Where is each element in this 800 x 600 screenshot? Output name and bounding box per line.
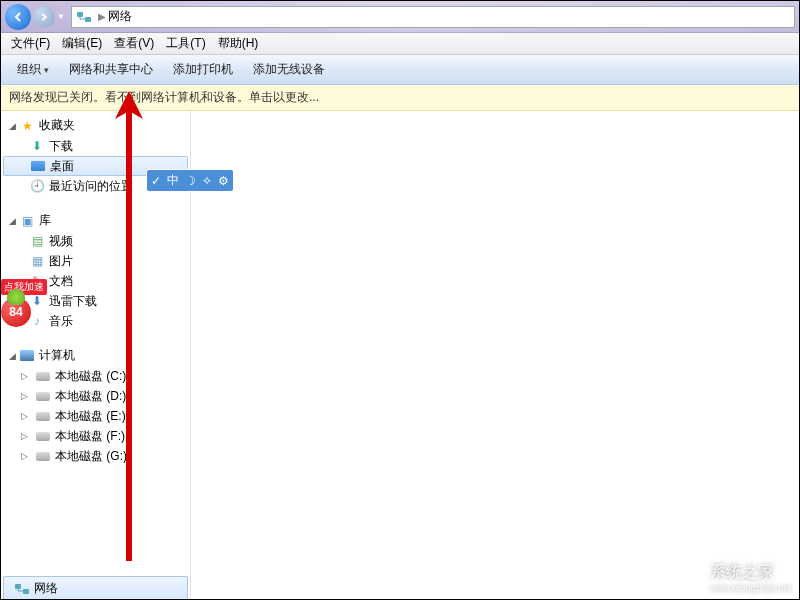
widget-check-icon[interactable]: ✓ (151, 174, 161, 188)
xunlei-label: 迅雷下载 (49, 293, 97, 310)
disk-c-label: 本地磁盘 (C:) (55, 368, 126, 385)
sidebar-item-pictures[interactable]: ▦ 图片 (1, 251, 190, 271)
disk-icon (35, 448, 51, 464)
command-bar: 组织 网络和共享中心 添加打印机 添加无线设备 (1, 55, 799, 85)
floating-toolbar[interactable]: ✓ 中 ☽ ✧ ⚙ (146, 169, 234, 192)
titlebar: ▼ ▶ 网络 (1, 1, 799, 33)
explorer-body: ◢ ★ 收藏夹 ⬇ 下载 桌面 🕘 最近访问的位置 ◢ ▣ 库 (1, 111, 799, 600)
svg-rect-2 (15, 584, 21, 589)
expand-icon: ▷ (21, 431, 31, 441)
info-bar-message: 网络发现已关闭。看不到网络计算机和设备。单击以更改... (9, 90, 319, 104)
star-icon: ★ (19, 118, 35, 134)
video-label: 视频 (49, 233, 73, 250)
network-group: 网络 (1, 574, 190, 600)
house-icon (682, 568, 704, 588)
collapse-icon: ◢ (9, 351, 19, 361)
computer-header[interactable]: ◢ 计算机 (1, 345, 190, 366)
video-icon: ▤ (29, 233, 45, 249)
download-icon: ⬇ (29, 138, 45, 154)
menu-view[interactable]: 查看(V) (108, 33, 160, 54)
nav-history-dropdown[interactable]: ▼ (57, 12, 65, 21)
info-bar[interactable]: 网络发现已关闭。看不到网络计算机和设备。单击以更改... (1, 85, 799, 111)
disk-icon (35, 388, 51, 404)
pictures-label: 图片 (49, 253, 73, 270)
accelerator-number: 84 (9, 305, 22, 319)
disk-e-label: 本地磁盘 (E:) (55, 408, 126, 425)
sidebar-item-video[interactable]: ▤ 视频 (1, 231, 190, 251)
sidebar-item-downloads[interactable]: ⬇ 下载 (1, 136, 190, 156)
watermark: 系统之家 www.xitongzhijia.net (682, 562, 791, 593)
widget-moon-icon[interactable]: ☽ (185, 174, 196, 188)
sidebar-item-disk-g[interactable]: ▷ 本地磁盘 (G:) (1, 446, 190, 466)
breadcrumb-separator-icon: ▶ (98, 11, 106, 22)
watermark-url: www.xitongzhijia.net (710, 583, 791, 593)
disk-d-label: 本地磁盘 (D:) (55, 388, 126, 405)
network-label: 网络 (34, 580, 58, 597)
disk-g-label: 本地磁盘 (G:) (55, 448, 127, 465)
expand-icon: ▷ (21, 411, 31, 421)
menu-file[interactable]: 文件(F) (5, 33, 56, 54)
desktop-label: 桌面 (50, 158, 74, 175)
address-location: 网络 (108, 8, 132, 25)
libraries-label: 库 (39, 212, 51, 229)
content-pane (191, 111, 799, 600)
sidebar-item-disk-c[interactable]: ▷ 本地磁盘 (C:) (1, 366, 190, 386)
expand-icon: ▷ (21, 451, 31, 461)
music-label: 音乐 (49, 313, 73, 330)
watermark-text: 系统之家 (710, 563, 774, 580)
desktop-icon (30, 158, 46, 174)
network-sharing-center-button[interactable]: 网络和共享中心 (59, 58, 163, 81)
nav-forward-button[interactable] (33, 6, 55, 28)
computer-icon (19, 348, 35, 364)
menu-help[interactable]: 帮助(H) (212, 33, 265, 54)
sidebar-item-disk-d[interactable]: ▷ 本地磁盘 (D:) (1, 386, 190, 406)
sidebar-item-network[interactable]: 网络 (3, 576, 188, 600)
computer-label: 计算机 (39, 347, 75, 364)
documents-label: 文档 (49, 273, 73, 290)
disk-icon (35, 408, 51, 424)
network-icon (14, 581, 30, 597)
favorites-label: 收藏夹 (39, 117, 75, 134)
disk-icon (35, 368, 51, 384)
favorites-header[interactable]: ◢ ★ 收藏夹 (1, 115, 190, 136)
sidebar-item-disk-f[interactable]: ▷ 本地磁盘 (F:) (1, 426, 190, 446)
menu-edit[interactable]: 编辑(E) (56, 33, 108, 54)
disk-icon (35, 428, 51, 444)
libraries-header[interactable]: ◢ ▣ 库 (1, 210, 190, 231)
recent-label: 最近访问的位置 (49, 178, 133, 195)
address-bar[interactable]: ▶ 网络 (71, 6, 795, 28)
computer-group: ◢ 计算机 ▷ 本地磁盘 (C:) ▷ 本地磁盘 (D:) ▷ 本地磁盘 (E:… (1, 345, 190, 466)
expand-icon: ▷ (21, 391, 31, 401)
recent-icon: 🕘 (29, 178, 45, 194)
add-printer-button[interactable]: 添加打印机 (163, 58, 243, 81)
collapse-icon: ◢ (9, 216, 19, 226)
widget-gear-icon[interactable]: ⚙ (218, 174, 229, 188)
svg-rect-0 (77, 12, 83, 17)
network-icon (76, 10, 92, 24)
menu-bar: 文件(F) 编辑(E) 查看(V) 工具(T) 帮助(H) (1, 33, 799, 55)
widget-sparkle-icon[interactable]: ✧ (202, 174, 212, 188)
accelerator-badge[interactable]: 点我加速 84 (1, 279, 47, 327)
downloads-label: 下载 (49, 138, 73, 155)
menu-tools[interactable]: 工具(T) (160, 33, 211, 54)
expand-icon: ▷ (21, 371, 31, 381)
sidebar-item-disk-e[interactable]: ▷ 本地磁盘 (E:) (1, 406, 190, 426)
accelerator-ball[interactable]: 84 (1, 297, 31, 327)
disk-f-label: 本地磁盘 (F:) (55, 428, 125, 445)
library-icon: ▣ (19, 213, 35, 229)
add-wireless-button[interactable]: 添加无线设备 (243, 58, 335, 81)
nav-back-button[interactable] (5, 4, 31, 30)
pictures-icon: ▦ (29, 253, 45, 269)
organize-button[interactable]: 组织 (7, 58, 59, 81)
widget-cn-toggle[interactable]: 中 (167, 172, 179, 189)
collapse-icon: ◢ (9, 121, 19, 131)
